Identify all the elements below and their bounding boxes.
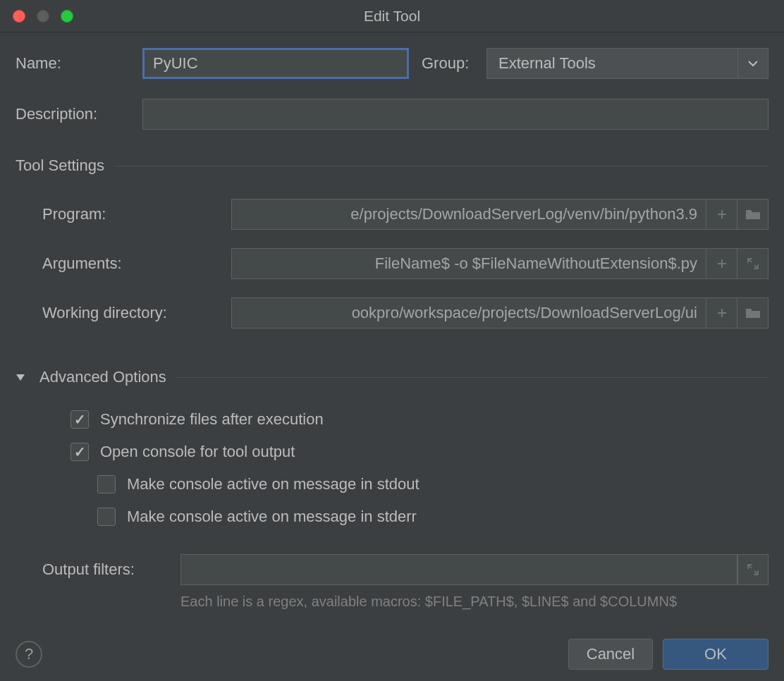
active-stdout-checkbox[interactable] <box>97 475 116 493</box>
output-filters-input[interactable] <box>180 554 737 585</box>
expand-icon[interactable] <box>737 554 768 585</box>
output-filters-hint: Each line is a regex, available macros: … <box>180 594 677 610</box>
window-title: Edit Tool <box>364 8 420 25</box>
arguments-label: Arguments: <box>42 254 231 273</box>
close-window-button[interactable] <box>13 10 25 23</box>
maximize-window-button[interactable] <box>61 10 73 23</box>
program-label: Program: <box>42 205 231 223</box>
help-button[interactable]: ? <box>16 641 42 668</box>
open-console-checkbox[interactable] <box>71 443 89 461</box>
cancel-button[interactable]: Cancel <box>568 639 653 670</box>
active-stdout-label: Make console active on message in stdout <box>127 475 419 493</box>
group-select[interactable]: External Tools <box>486 48 768 79</box>
group-select-value[interactable]: External Tools <box>486 48 737 79</box>
active-stderr-label: Make console active on message in stderr <box>127 508 417 526</box>
window-controls <box>0 10 73 23</box>
browse-folder-icon[interactable] <box>737 199 768 230</box>
expand-icon[interactable] <box>737 248 768 279</box>
workdir-input[interactable]: ookpro/workspace/projects/DownloadServer… <box>231 297 706 329</box>
output-filters-label: Output filters: <box>42 560 180 579</box>
titlebar: Edit Tool <box>0 0 784 32</box>
workdir-label: Working directory: <box>42 304 231 322</box>
name-label: Name: <box>16 54 142 73</box>
insert-macro-button[interactable] <box>706 248 737 279</box>
arguments-input[interactable]: FileName$ -o $FileNameWithoutExtension$.… <box>231 248 706 279</box>
group-label: Group: <box>422 54 486 73</box>
ok-button[interactable]: OK <box>663 639 768 670</box>
chevron-down-icon[interactable] <box>737 48 768 79</box>
active-stderr-checkbox[interactable] <box>97 508 116 526</box>
browse-folder-icon[interactable] <box>737 297 768 329</box>
sync-files-label: Synchronize files after execution <box>100 410 324 429</box>
description-input[interactable] <box>142 99 768 130</box>
name-input[interactable] <box>142 48 409 79</box>
minimize-window-button[interactable] <box>37 10 49 23</box>
insert-macro-button[interactable] <box>706 297 737 329</box>
description-label: Description: <box>16 105 142 123</box>
program-input[interactable]: e/projects/DownloadServerLog/venv/bin/py… <box>231 199 706 230</box>
sync-files-checkbox[interactable] <box>71 410 89 429</box>
open-console-label: Open console for tool output <box>100 443 295 461</box>
insert-macro-button[interactable] <box>706 199 737 230</box>
tool-settings-section: Tool Settings <box>16 157 104 175</box>
disclosure-triangle-icon[interactable] <box>16 373 27 381</box>
advanced-options-section: Advanced Options <box>39 368 166 386</box>
